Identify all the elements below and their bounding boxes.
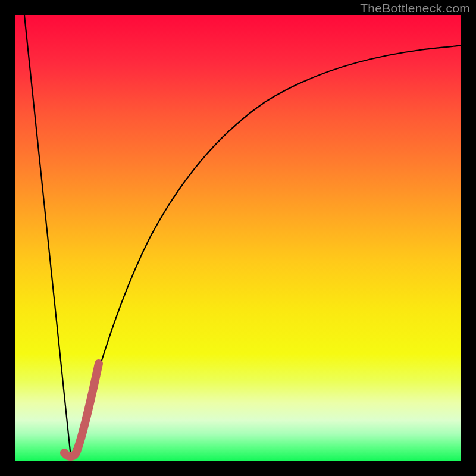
- chart-frame: TheBottleneck.com: [0, 0, 476, 476]
- chart-svg: [15, 15, 461, 461]
- watermark-text: TheBottleneck.com: [360, 1, 470, 15]
